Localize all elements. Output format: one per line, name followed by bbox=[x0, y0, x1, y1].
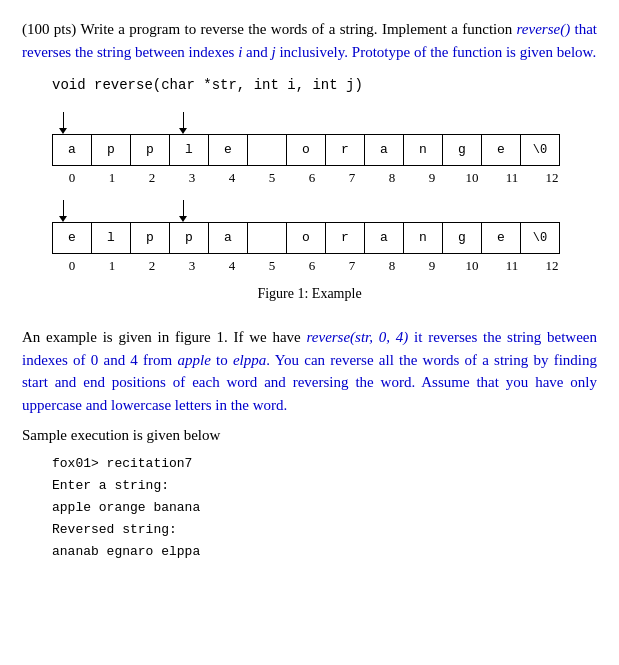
intro-text3: and bbox=[242, 44, 271, 60]
cell-top-4: e bbox=[208, 134, 248, 166]
idx-bot-1: 1 bbox=[92, 256, 132, 276]
idx-top-4: 4 bbox=[212, 168, 252, 188]
cell-bot-9: n bbox=[403, 222, 443, 254]
bottom-cells-row: e l p p a o r a n g e \0 bbox=[52, 222, 597, 254]
func-name: reverse() bbox=[517, 21, 571, 37]
arrow-down-3 bbox=[172, 112, 194, 134]
idx-top-0: 0 bbox=[52, 168, 92, 188]
cell-top-9: n bbox=[403, 134, 443, 166]
idx-top-5: 5 bbox=[252, 168, 292, 188]
cell-bot-2: p bbox=[130, 222, 170, 254]
cell-top-0: a bbox=[52, 134, 92, 166]
bottom-arrow-row bbox=[52, 194, 597, 222]
cell-top-3: l bbox=[169, 134, 209, 166]
idx-bot-11: 11 bbox=[492, 256, 532, 276]
idx-bot-8: 8 bbox=[372, 256, 412, 276]
idx-top-7: 7 bbox=[332, 168, 372, 188]
cell-top-8: a bbox=[364, 134, 404, 166]
cell-top-12: \0 bbox=[520, 134, 560, 166]
intro-text1: Write a program to reverse the words of … bbox=[80, 21, 516, 37]
idx-top-1: 1 bbox=[92, 168, 132, 188]
cell-bot-5 bbox=[247, 222, 287, 254]
cell-bot-4: a bbox=[208, 222, 248, 254]
arrow-down-b3 bbox=[172, 200, 194, 222]
body-func: reverse(str, 0, 4) bbox=[307, 329, 409, 345]
idx-bot-6: 6 bbox=[292, 256, 332, 276]
cell-bot-11: e bbox=[481, 222, 521, 254]
cell-bot-3: p bbox=[169, 222, 209, 254]
idx-top-11: 11 bbox=[492, 168, 532, 188]
idx-bot-2: 2 bbox=[132, 256, 172, 276]
idx-bot-3: 3 bbox=[172, 256, 212, 276]
sample-code-block: fox01> recitation7 Enter a string: apple… bbox=[52, 453, 597, 563]
pts-text: (100 pts) bbox=[22, 21, 76, 37]
cell-top-11: e bbox=[481, 134, 521, 166]
body-to: to bbox=[211, 352, 233, 368]
sample-line-1: fox01> recitation7 bbox=[52, 453, 597, 475]
top-index-row: 0 1 2 3 4 5 6 7 8 9 10 11 12 bbox=[52, 168, 597, 188]
idx-bot-10: 10 bbox=[452, 256, 492, 276]
bottom-index-row: 0 1 2 3 4 5 6 7 8 9 10 11 12 bbox=[52, 256, 597, 276]
sample-line-4: Reversed string: bbox=[52, 519, 597, 541]
intro-paragraph: (100 pts) Write a program to reverse the… bbox=[22, 18, 597, 63]
word-elppa: elppa bbox=[233, 352, 266, 368]
cell-top-10: g bbox=[442, 134, 482, 166]
cell-top-5 bbox=[247, 134, 287, 166]
diagram-area: a p p l e o r a n g e \0 0 1 2 3 4 5 6 7… bbox=[22, 106, 597, 316]
cell-bot-6: o bbox=[286, 222, 326, 254]
top-cells-row: a p p l e o r a n g e \0 bbox=[52, 134, 597, 166]
cell-top-2: p bbox=[130, 134, 170, 166]
cell-top-6: o bbox=[286, 134, 326, 166]
idx-top-12: 12 bbox=[532, 168, 572, 188]
idx-bot-4: 4 bbox=[212, 256, 252, 276]
word-apple: apple bbox=[177, 352, 210, 368]
top-arrow-row bbox=[52, 106, 597, 134]
idx-top-8: 8 bbox=[372, 168, 412, 188]
cell-bot-8: a bbox=[364, 222, 404, 254]
idx-top-9: 9 bbox=[412, 168, 452, 188]
body-p1-start: An example is given in figure 1. If we h… bbox=[22, 329, 307, 345]
cell-bot-10: g bbox=[442, 222, 482, 254]
idx-bot-7: 7 bbox=[332, 256, 372, 276]
intro-text4: inclusively. Prototype of the function i… bbox=[276, 44, 597, 60]
sample-line-3: apple orange banana bbox=[52, 497, 597, 519]
prototype-code: void reverse(char *str, int i, int j) bbox=[52, 75, 597, 96]
cell-bot-0: e bbox=[52, 222, 92, 254]
sample-line-2: Enter a string: bbox=[52, 475, 597, 497]
idx-bot-5: 5 bbox=[252, 256, 292, 276]
idx-top-3: 3 bbox=[172, 168, 212, 188]
cell-top-7: r bbox=[325, 134, 365, 166]
cell-bot-7: r bbox=[325, 222, 365, 254]
sample-label: Sample execution is given below bbox=[22, 424, 597, 447]
idx-bot-0: 0 bbox=[52, 256, 92, 276]
cell-bot-1: l bbox=[91, 222, 131, 254]
idx-bot-12: 12 bbox=[532, 256, 572, 276]
arrow-down-0 bbox=[52, 112, 74, 134]
cell-top-1: p bbox=[91, 134, 131, 166]
arrow-down-b0 bbox=[52, 200, 74, 222]
figure-caption: Figure 1: Example bbox=[257, 283, 361, 304]
sample-line-5: ananab egnaro elppa bbox=[52, 541, 597, 563]
cell-bot-12: \0 bbox=[520, 222, 560, 254]
idx-top-10: 10 bbox=[452, 168, 492, 188]
body-paragraph-1: An example is given in figure 1. If we h… bbox=[22, 326, 597, 416]
idx-bot-9: 9 bbox=[412, 256, 452, 276]
idx-top-6: 6 bbox=[292, 168, 332, 188]
idx-top-2: 2 bbox=[132, 168, 172, 188]
